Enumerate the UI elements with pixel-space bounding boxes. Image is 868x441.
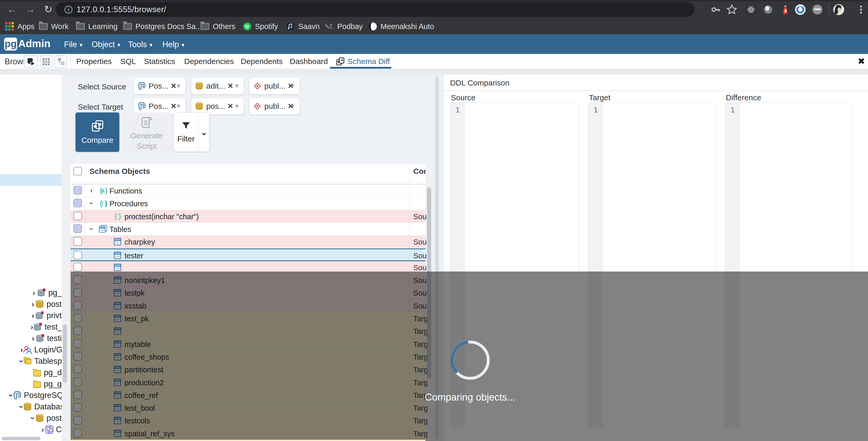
menu-dots-icon[interactable] (855, 4, 867, 15)
source-select-1[interactable]: adit...✕▼ (191, 78, 244, 94)
sphere-extension-icon[interactable] (762, 4, 774, 15)
chevron-down-icon[interactable]: › (29, 416, 37, 420)
compare-button[interactable]: Compare (75, 112, 119, 152)
filter-table-icon[interactable] (55, 56, 67, 68)
chevron-right-icon[interactable]: › (41, 425, 44, 434)
chevron-down-icon[interactable]: ▼ (234, 103, 240, 110)
menu-tools[interactable]: Tools▾ (128, 40, 152, 49)
table-row-tester[interactable]: testerSource Only (70, 248, 426, 261)
chevron-down-icon[interactable]: ▼ (176, 83, 181, 90)
address-bar[interactable]: 127.0.0.1:5555/browser/ (56, 2, 694, 17)
chevron-down-icon[interactable]: ▼ (234, 83, 240, 90)
chevron-down-icon[interactable]: ▼ (176, 103, 181, 110)
chevron-right-icon[interactable]: › (31, 323, 33, 331)
chevron-right-icon[interactable]: › (31, 300, 35, 309)
forward-icon[interactable]: → (24, 3, 36, 15)
menu-object[interactable]: Object▾ (92, 40, 120, 49)
tree-item-privt[interactable]: ›privt (0, 310, 62, 321)
tree-item-pg-d[interactable]: pg_d (0, 367, 62, 378)
chevron-right-icon[interactable]: › (20, 345, 23, 354)
tab-dependencies[interactable]: Dependencies (184, 54, 234, 69)
table-row-functions[interactable]: ›{}Functions (70, 184, 426, 197)
chevron-right-icon[interactable]: › (90, 186, 93, 195)
select-all-checkbox[interactable] (73, 167, 82, 175)
table-row-proctest-inchar-char[interactable]: {}proctest(inchar "char")Source Only (70, 210, 426, 223)
row-checkbox[interactable] (73, 212, 82, 220)
source-select-2[interactable]: publ...✕▼ (249, 78, 300, 94)
chevron-down-icon[interactable]: › (87, 202, 95, 204)
table-row-charpkey[interactable]: charpkeySource Only (70, 236, 426, 248)
menu-file[interactable]: File▾ (64, 40, 83, 49)
generate-script-button[interactable]: Generate Script (122, 112, 171, 152)
tab-schema-diff[interactable]: Schema Diff (336, 54, 390, 69)
filter-button[interactable]: Filter (174, 113, 198, 151)
chevron-down-icon[interactable]: › (7, 394, 16, 397)
filter-dropdown-button[interactable]: ⌄ (198, 113, 210, 151)
tree-item-postgresql[interactable]: ›PostgreSQL (0, 390, 62, 401)
row-checkbox[interactable] (73, 186, 82, 195)
tab-statistics[interactable]: Statistics (144, 54, 175, 69)
bookmark-meenakshi-auto[interactable]: Meenakshi Auto (368, 21, 434, 32)
row-checkbox[interactable] (73, 263, 82, 271)
tab-sql[interactable]: SQL (120, 54, 136, 69)
target-select-1[interactable]: pos...✕▼ (191, 98, 244, 114)
react-extension-icon[interactable] (745, 4, 757, 15)
reload-icon[interactable]: ↻ (42, 3, 55, 15)
lighthouse-extension-icon[interactable] (779, 4, 791, 15)
tree-selected-row[interactable] (0, 174, 62, 186)
chevron-down-icon[interactable]: › (87, 228, 95, 230)
grid-view-icon[interactable] (40, 56, 53, 68)
bookmark-podbay[interactable]: Podbay (325, 21, 363, 32)
bookmark-others[interactable]: Others (200, 21, 235, 32)
clear-icon[interactable]: ✕ (227, 102, 233, 110)
tab-dashboard[interactable]: Dashboard (290, 54, 328, 69)
tree-item-databas[interactable]: ›Databas (0, 401, 62, 412)
chevron-right-icon[interactable]: › (31, 334, 35, 343)
object-explorer-icon[interactable] (24, 56, 38, 68)
sidebar-horizontal-scrollbar[interactable] (2, 437, 40, 440)
bookmark-postgres-docs-sa[interactable]: Postgres Docs Sa... (123, 21, 202, 32)
target-select-0[interactable]: Pos...✕▼ (133, 98, 185, 114)
tree-item-pg[interactable]: ›pg_ (0, 287, 62, 299)
target-select-2[interactable]: publ...✕▼ (249, 98, 300, 114)
table-row-procedures[interactable]: ›{}()Procedures (70, 197, 426, 210)
back-icon[interactable]: ← (6, 3, 18, 15)
chevron-down-icon[interactable]: › (17, 360, 26, 363)
tab-properties[interactable]: Properties (76, 54, 112, 69)
chevron-down-icon[interactable]: ▼ (290, 83, 296, 90)
tree-item-pg-g[interactable]: pg_g (0, 378, 62, 390)
bookmark-work[interactable]: Work (39, 21, 68, 32)
key-icon[interactable] (710, 4, 722, 15)
tree-item-post[interactable]: ›post (0, 412, 62, 424)
source-select-0[interactable]: Pos...✕▼ (133, 78, 185, 94)
bookmark-apps[interactable]: Apps (5, 21, 34, 32)
sidebar-vertical-scrollbar[interactable] (63, 325, 67, 383)
tab-dependents[interactable]: Dependents (241, 54, 283, 69)
bookmark-saavn[interactable]: Saavn (286, 21, 319, 32)
w-extension-icon[interactable] (811, 4, 824, 15)
chevron-down-icon[interactable]: ▼ (290, 103, 296, 110)
chevron-right-icon[interactable]: › (31, 311, 35, 320)
row-checkbox[interactable] (73, 251, 82, 259)
chevron-right-icon[interactable]: › (31, 289, 37, 297)
close-icon[interactable]: ✖ (858, 56, 865, 66)
star-icon[interactable] (726, 4, 738, 15)
tree-item-post[interactable]: ›post (0, 299, 62, 310)
tree-item-test[interactable]: ›test_ (0, 321, 62, 333)
tree-item-c[interactable]: ›C (0, 424, 62, 435)
tree-item-tablesp[interactable]: ›Tablesp (0, 355, 62, 367)
avatar[interactable] (833, 4, 845, 15)
tree-item-testi[interactable]: ›testi (0, 333, 62, 344)
chevron-down-icon[interactable]: › (17, 406, 26, 408)
row-checkbox[interactable] (73, 225, 82, 233)
tree-item-login-g[interactable]: ›Login/G (0, 344, 62, 355)
bookmark-learning[interactable]: Learning (76, 21, 118, 32)
menu-help[interactable]: Help▾ (162, 40, 184, 49)
site-info-icon[interactable] (64, 5, 73, 14)
ring-extension-icon[interactable] (794, 4, 806, 15)
table-row-tables[interactable]: ›Tables (70, 223, 426, 236)
row-checkbox[interactable] (73, 199, 82, 207)
clear-icon[interactable]: ✕ (227, 82, 233, 90)
bookmark-spotify[interactable]: Spotify (243, 21, 278, 32)
row-checkbox[interactable] (73, 237, 82, 246)
